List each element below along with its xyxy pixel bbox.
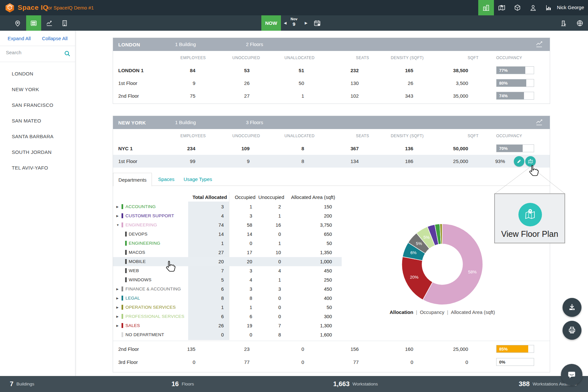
sidebar-item-south-jordan[interactable]: SOUTH JORDAN (0, 144, 75, 160)
sidebar-item-tel-aviv-yafo[interactable]: TEL AVIV-YAFO (0, 160, 75, 176)
view-toolbar: NOW ◀ Nov 9 ▶ (0, 15, 588, 31)
date-display[interactable]: Nov 9 (287, 17, 301, 27)
floors-count: 3 Floors (246, 120, 263, 125)
column-header-sqft: SQFT (433, 134, 479, 138)
trend-view-icon[interactable] (42, 15, 57, 31)
dept-label: ACCOUNTING (125, 204, 156, 209)
dept-row-web[interactable]: WEB734450 (113, 266, 342, 275)
dept-row-customer-support[interactable]: ▶CUSTOMER SUPPORT431200 (113, 211, 342, 220)
dept-row-operation-services[interactable]: ▶OPERATION SERVICES11050 (113, 303, 342, 312)
dept-row-accounting[interactable]: ▶ACCOUNTING312150 (113, 202, 342, 211)
view-floor-plan-button[interactable] (525, 156, 536, 167)
dept-cell-value: 4 (229, 277, 252, 283)
dept-row-mobile[interactable]: MOBILE202001,000 (113, 257, 342, 266)
dept-row-engineering[interactable]: ENGINEERING10150 (113, 239, 342, 248)
dept-row-windows[interactable]: WINDOWS541250 (113, 275, 342, 285)
cell-value: 130 (313, 80, 359, 86)
table-row-3rd-floor[interactable]: 3rd Floor077077000% (113, 356, 550, 369)
dept-cell-value: 0 (258, 259, 281, 264)
map-nav-icon[interactable] (494, 0, 510, 15)
chat-button[interactable] (561, 364, 582, 385)
column-header-unoccupied: UNOCCUPIED (214, 134, 260, 138)
building-view-icon[interactable] (57, 15, 72, 31)
row-label: 3rd Floor (118, 359, 138, 365)
expand-arrow-icon[interactable]: ▶ (116, 287, 119, 291)
sidebar-item-london[interactable]: LONDON (0, 66, 75, 82)
expand-all-link[interactable]: Expand All (8, 36, 31, 41)
sidebar-item-new-york[interactable]: NEW YORK (0, 82, 75, 97)
tab-spaces[interactable]: Spaces (158, 176, 174, 182)
collapse-arrow-icon[interactable]: ▼ (116, 223, 119, 227)
trend-icon[interactable] (535, 41, 544, 48)
expand-arrow-icon[interactable]: ▶ (116, 297, 119, 300)
dept-row-engineering[interactable]: ▼ENGINEERING7458163,750 (113, 220, 342, 230)
caption-allocated-area[interactable]: Allocated Area (sqft) (451, 309, 495, 315)
dept-label: PROFESSIONAL SERVICES (125, 314, 185, 319)
search-input[interactable] (5, 49, 59, 56)
city-title: LONDON (118, 42, 140, 47)
dept-color-bar (122, 323, 123, 328)
dept-row-sales[interactable]: ▶SALES261971,300 (113, 321, 342, 330)
expand-arrow-icon[interactable]: ▶ (116, 306, 119, 309)
table-row-1st-floor[interactable]: 1st Floor92650130263,50080% (113, 77, 550, 90)
table-row-nyc-1[interactable]: NYC 1234109836713650,00070% (113, 142, 550, 155)
globe-icon[interactable] (572, 15, 587, 31)
expand-arrow-icon[interactable]: ▶ (116, 324, 119, 327)
caption-allocation[interactable]: Allocation (390, 309, 414, 315)
search-icon[interactable] (64, 50, 71, 57)
cell-value: 9 (150, 80, 195, 86)
sidebar-item-san-mateo[interactable]: SAN MATEO (0, 113, 75, 129)
dept-column-header-total-allocated: Total Allocated (188, 194, 227, 200)
user-name[interactable]: Nick George (557, 5, 584, 10)
location-pin-icon[interactable] (10, 15, 25, 31)
dept-row-devops[interactable]: DEVOPS14140650 (113, 230, 342, 239)
sidebar-item-santa-barbara[interactable]: SANTA BARBARA (0, 129, 75, 144)
calendar-icon[interactable] (310, 15, 325, 31)
trend-icon[interactable] (535, 119, 544, 126)
table-row-london-1[interactable]: LONDON 184535123216538,50077% (113, 64, 550, 77)
cell-value: 186 (368, 158, 413, 164)
sidebar-item-san-francisco[interactable]: SAN FRANCISCO (0, 97, 75, 113)
assets-cube-icon[interactable] (510, 0, 525, 15)
expand-arrow-icon[interactable]: ▶ (116, 205, 119, 208)
tab-usage-types[interactable]: Usage Types (184, 176, 212, 182)
cell-value: 77 (313, 359, 359, 365)
allocation-donut-chart: 58%20%6%5%5% (400, 222, 485, 307)
buildings-nav-icon[interactable] (478, 0, 494, 15)
dept-row-professional-services[interactable]: ▶PROFESSIONAL SERVICES660300 (113, 312, 342, 321)
table-row-1st-floor[interactable]: 1st Floor999813418625,00093% (113, 155, 550, 168)
occupancy-bar: 85% (496, 345, 534, 353)
print-button[interactable] (563, 321, 581, 340)
dept-row-no-department[interactable]: NO DEPARTMENT0081,600 (113, 330, 342, 339)
people-nav-icon[interactable] (525, 0, 541, 15)
collapse-all-link[interactable]: Collapse All (42, 36, 67, 41)
dept-cell-value: 8 (229, 296, 252, 301)
occupancy-value: 74% (499, 93, 508, 98)
footer-stat-workstations: 1,663Workstations (333, 376, 378, 392)
table-row-2nd-floor[interactable]: 2nd Floor7527110234335,00074% (113, 90, 550, 102)
cell-value: 0 (258, 346, 304, 352)
dept-row-legal[interactable]: ▶LEGAL880400 (113, 294, 342, 303)
reports-chart-icon[interactable] (541, 0, 557, 15)
dept-row-finance-accounting[interactable]: ▶FINANCE & ACCOUNTING633450 (113, 285, 342, 294)
dept-cell-value: 7 (258, 323, 281, 328)
dept-row-macos[interactable]: MACOS2717101,350 (113, 248, 342, 257)
caption-occupancy[interactable]: Occupancy (420, 309, 444, 315)
expand-arrow-icon[interactable]: ▶ (116, 315, 119, 318)
next-date-arrow[interactable]: ▶ (302, 15, 310, 31)
expand-arrow-icon[interactable]: ▶ (116, 214, 119, 218)
download-button[interactable] (563, 298, 581, 317)
floor-plan-map-icon[interactable] (518, 203, 542, 226)
building-stats-icon[interactable] (556, 15, 571, 31)
stack-view-icon[interactable] (26, 15, 41, 31)
tab-departments[interactable]: Departments (113, 173, 152, 186)
column-header-unoccupied: UNOCCUPIED (214, 56, 260, 60)
now-button[interactable]: NOW (261, 15, 281, 31)
summary-footer: 7Buildings16Floors1,663Workstations388Wo… (0, 376, 588, 392)
table-row-2nd-floor[interactable]: 2nd Floor13523015616025,00085% (113, 343, 550, 356)
spaceiq-logo-icon[interactable] (5, 3, 15, 13)
london-card-header[interactable]: LONDON 1 Building 2 Floors (113, 38, 550, 51)
newyork-card-header[interactable]: NEW YORK 1 Building 3 Floors (113, 116, 550, 129)
dept-cell-value: 2 (258, 204, 281, 209)
edit-pencil-button[interactable] (514, 156, 524, 167)
